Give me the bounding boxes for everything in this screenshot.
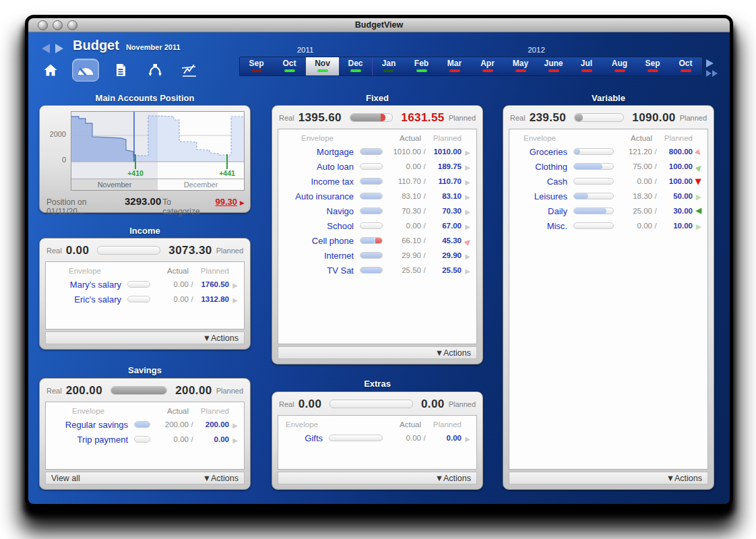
envelope-name[interactable]: Daily [512, 206, 567, 216]
actions-menu-button[interactable]: ▼Actions [435, 348, 471, 358]
timeline-month-june[interactable]: June [537, 57, 570, 75]
timeline-month-jul[interactable]: Jul [570, 57, 603, 75]
envelope-row-eric-s-salary[interactable]: Eric's salary0.00/1312.80▶ [49, 292, 241, 307]
chart-icon[interactable] [177, 59, 202, 81]
envelope-name[interactable]: Misc. [512, 221, 567, 231]
trend-down-red-icon[interactable]: ▶ [695, 179, 703, 185]
row-chevron-icon[interactable]: ▶ [465, 179, 470, 186]
trend-up-red-light-icon[interactable]: ▶ [463, 237, 472, 247]
row-chevron-icon[interactable]: ▶ [465, 224, 470, 230]
envelope-name[interactable]: Gifts [281, 433, 323, 443]
to-categorize-arrow-icon[interactable]: ▶ [240, 199, 245, 206]
trend-down-red-light-icon[interactable]: ▶ [694, 148, 703, 158]
row-chevron-icon[interactable]: ▶ [232, 422, 238, 429]
row-chevron-icon[interactable]: ▶ [465, 253, 470, 260]
envelope-row-cell-phone[interactable]: Cell phone66.10/45.30▶ [281, 233, 474, 248]
timeline-month-oct[interactable]: Oct [273, 57, 306, 75]
envelope-name[interactable]: School [281, 221, 354, 231]
envelope-row-gifts[interactable]: Gifts0.00/0.00▶ [281, 431, 474, 445]
timeline-month-dec[interactable]: Dec [339, 57, 372, 75]
envelope-row-clothing[interactable]: Clothing75.00/100.00▶ [512, 159, 705, 174]
timeline-month-aug[interactable]: Aug [603, 57, 636, 75]
planned-total: 1631.55 [401, 111, 444, 125]
timeline-months: SepOctNovDecJanFebMarAprMayJuneJulAugSep… [239, 57, 703, 76]
envelope-name[interactable]: Income tax [281, 177, 354, 187]
panel-footer: ▼Actions [278, 346, 477, 359]
gauge-fill [350, 114, 385, 121]
envelope-name[interactable]: Mary's salary [49, 280, 121, 290]
timeline-scroll-forward-icon[interactable] [706, 59, 714, 67]
row-chevron-icon[interactable]: ▶ [465, 436, 470, 443]
envelope-row-tv-sat[interactable]: TV Sat25.50/25.50▶ [281, 263, 474, 278]
titlebar[interactable]: BudgetView [28, 18, 730, 32]
forward-arrow-icon[interactable] [55, 44, 63, 53]
trend-left-green-icon[interactable]: ▶ [695, 208, 701, 216]
trend-right-green-light-icon[interactable]: ▶ [696, 223, 701, 230]
split-arrows-icon[interactable] [142, 59, 168, 81]
row-chevron-icon[interactable]: ▶ [465, 268, 470, 275]
envelope-name[interactable]: Navigo [281, 206, 354, 216]
envelope-row-daily[interactable]: Daily25.00/30.00▶ [512, 203, 705, 218]
position-value: 3293.00 [125, 195, 161, 207]
envelope-row-mary-s-salary[interactable]: Mary's salary0.00/1760.50▶ [49, 277, 241, 292]
envelope-row-income-tax[interactable]: Income tax110.70/110.70▶ [281, 174, 474, 189]
envelope-name[interactable]: TV Sat [281, 265, 354, 276]
row-chevron-icon[interactable]: ▶ [232, 437, 238, 444]
envelope-name[interactable]: Eric's salary [49, 294, 121, 305]
envelope-name[interactable]: Clothing [512, 162, 567, 172]
timeline-month-nov[interactable]: Nov [306, 57, 339, 75]
trend-right-green-light-icon[interactable]: ▶ [696, 193, 701, 201]
timeline-month-mar[interactable]: Mar [438, 57, 471, 75]
planned-amount: 83.10 [428, 192, 462, 200]
envelope-name[interactable]: Groceries [512, 147, 567, 157]
row-chevron-icon[interactable]: ▶ [232, 297, 238, 304]
envelope-row-school[interactable]: School0.00/67.00▶ [281, 218, 474, 233]
envelope-row-misc[interactable]: Misc.0.00/10.00▶ [512, 218, 705, 233]
timeline-month-jan[interactable]: Jan [372, 57, 405, 75]
envelope-row-regular-savings[interactable]: Regular savings200.00/200.00▶ [49, 417, 241, 432]
envelope-row-trip-payment[interactable]: Trip payment0.00/0.00▶ [49, 432, 241, 447]
actions-menu-button[interactable]: ▼Actions [203, 334, 239, 343]
envelope-row-internet[interactable]: Internet29.90/29.90▶ [281, 248, 474, 263]
envelope-row-leisures[interactable]: Leisures18.30/50.00▶ [512, 189, 705, 203]
envelope-row-auto-loan[interactable]: Auto loan0.00/189.75▶ [281, 159, 474, 174]
timeline-month-feb[interactable]: Feb [405, 57, 438, 75]
month-label: June [544, 59, 563, 68]
home-icon[interactable] [38, 59, 63, 81]
envelope-name[interactable]: Leisures [512, 191, 567, 201]
envelope-row-mortgage[interactable]: Mortgage1010.00/1010.00▶ [281, 144, 474, 159]
timeline-month-oct[interactable]: Oct [669, 57, 702, 75]
trend-up-green-light-icon[interactable]: ▶ [694, 163, 703, 172]
envelope-name[interactable]: Regular savings [49, 420, 128, 430]
envelope-name[interactable]: Internet [281, 251, 354, 261]
row-chevron-icon[interactable]: ▶ [465, 209, 470, 216]
envelope-row-navigo[interactable]: Navigo70.30/70.30▶ [281, 203, 474, 218]
timeline-month-sep[interactable]: Sep [636, 57, 669, 75]
envelope-name[interactable]: Auto insurance [281, 191, 354, 201]
to-categorize-value[interactable]: 99.30 [216, 197, 238, 207]
timeline-scroll-end-icon[interactable] [706, 70, 718, 77]
timeline-month-may[interactable]: May [504, 57, 537, 75]
envelope-progress-bar [134, 436, 150, 443]
timeline-month-apr[interactable]: Apr [471, 57, 504, 75]
view-all-link[interactable]: View all [51, 474, 80, 483]
row-chevron-icon[interactable]: ▶ [465, 164, 470, 171]
actions-menu-button[interactable]: ▼Actions [435, 474, 471, 483]
actions-menu-button[interactable]: ▼Actions [666, 474, 702, 483]
dashboard-icon[interactable] [72, 59, 99, 82]
envelope-row-auto-insurance[interactable]: Auto insurance83.10/83.10▶ [281, 189, 474, 203]
document-icon[interactable] [108, 59, 133, 81]
row-chevron-icon[interactable]: ▶ [232, 282, 238, 289]
back-arrow-icon[interactable] [42, 44, 50, 53]
envelope-name[interactable]: Mortgage [281, 147, 354, 157]
envelope-name[interactable]: Trip payment [49, 435, 128, 445]
row-chevron-icon[interactable]: ▶ [465, 150, 470, 156]
envelope-row-cash[interactable]: Cash0.00/100.00▶ [512, 174, 705, 189]
envelope-name[interactable]: Cell phone [281, 236, 354, 246]
actions-menu-button[interactable]: ▼Actions [203, 474, 239, 483]
envelope-name[interactable]: Cash [512, 177, 567, 187]
row-chevron-icon[interactable]: ▶ [465, 194, 470, 201]
envelope-row-groceries[interactable]: Groceries121.20/800.00▶ [512, 144, 705, 159]
envelope-name[interactable]: Auto loan [281, 162, 354, 172]
timeline-month-sep[interactable]: Sep [240, 57, 273, 75]
